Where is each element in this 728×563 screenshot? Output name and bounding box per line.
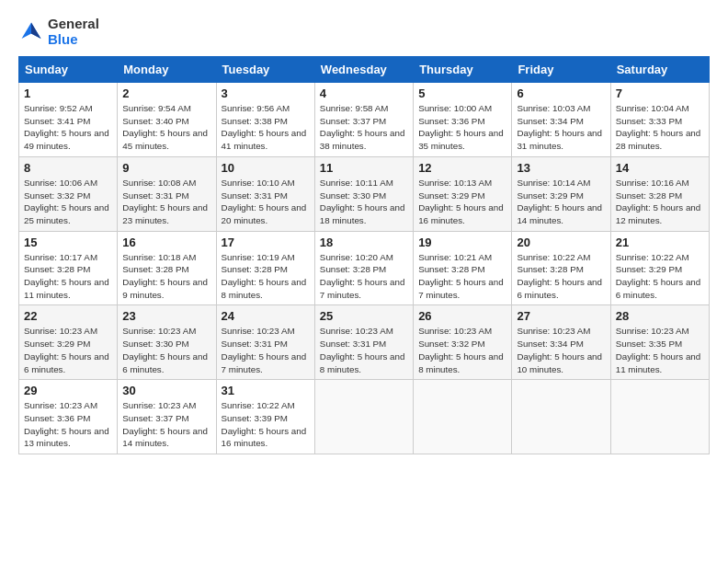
day-detail: Sunrise: 10:23 AM Sunset: 3:36 PM Daylig… bbox=[24, 399, 112, 450]
day-number: 24 bbox=[222, 309, 310, 323]
calendar-cell bbox=[512, 380, 610, 454]
calendar-cell: 11 Sunrise: 10:11 AM Sunset: 3:30 PM Day… bbox=[314, 156, 413, 231]
day-number: 28 bbox=[616, 309, 704, 323]
day-detail: Sunrise: 10:03 AM Sunset: 3:34 PM Daylig… bbox=[517, 102, 605, 153]
calendar-cell: 13 Sunrise: 10:14 AM Sunset: 3:29 PM Day… bbox=[512, 156, 610, 231]
day-detail: Sunrise: 10:08 AM Sunset: 3:31 PM Daylig… bbox=[122, 177, 210, 227]
day-detail: Sunrise: 10:10 AM Sunset: 3:31 PM Daylig… bbox=[222, 177, 310, 227]
calendar-cell: 14 Sunrise: 10:16 AM Sunset: 3:28 PM Day… bbox=[610, 156, 709, 231]
week-row-5: 29 Sunrise: 10:23 AM Sunset: 3:36 PM Day… bbox=[19, 380, 710, 454]
day-detail: Sunrise: 10:23 AM Sunset: 3:37 PM Daylig… bbox=[122, 399, 210, 450]
day-detail: Sunrise: 9:58 AM Sunset: 3:37 PM Dayligh… bbox=[320, 102, 408, 153]
day-detail: Sunrise: 9:54 AM Sunset: 3:40 PM Dayligh… bbox=[122, 102, 210, 153]
day-number: 8 bbox=[24, 161, 112, 175]
day-number: 3 bbox=[222, 86, 310, 100]
day-number: 10 bbox=[222, 161, 310, 175]
svg-marker-1 bbox=[31, 22, 41, 39]
calendar-cell: 27 Sunrise: 10:23 AM Sunset: 3:34 PM Day… bbox=[512, 305, 610, 380]
day-number: 30 bbox=[122, 384, 210, 397]
day-detail: Sunrise: 10:13 AM Sunset: 3:29 PM Daylig… bbox=[418, 177, 506, 227]
day-number: 18 bbox=[320, 236, 408, 249]
calendar-cell: 17 Sunrise: 10:19 AM Sunset: 3:28 PM Day… bbox=[216, 231, 314, 305]
day-number: 20 bbox=[517, 236, 605, 249]
weekday-header-tuesday: Tuesday bbox=[216, 57, 314, 83]
day-detail: Sunrise: 10:17 AM Sunset: 3:28 PM Daylig… bbox=[24, 251, 112, 302]
day-detail: Sunrise: 10:14 AM Sunset: 3:29 PM Daylig… bbox=[517, 177, 605, 227]
day-detail: Sunrise: 10:23 AM Sunset: 3:31 PM Daylig… bbox=[222, 325, 310, 375]
calendar-cell: 26 Sunrise: 10:23 AM Sunset: 3:32 PM Day… bbox=[414, 305, 512, 380]
day-detail: Sunrise: 10:23 AM Sunset: 3:31 PM Daylig… bbox=[320, 325, 408, 375]
day-detail: Sunrise: 10:23 AM Sunset: 3:30 PM Daylig… bbox=[122, 325, 210, 375]
calendar-cell bbox=[314, 380, 413, 454]
day-number: 15 bbox=[24, 236, 112, 249]
day-detail: Sunrise: 10:23 AM Sunset: 3:29 PM Daylig… bbox=[24, 325, 112, 375]
day-detail: Sunrise: 9:56 AM Sunset: 3:38 PM Dayligh… bbox=[222, 102, 310, 153]
calendar-cell: 9 Sunrise: 10:08 AM Sunset: 3:31 PM Dayl… bbox=[118, 156, 216, 231]
day-number: 25 bbox=[320, 309, 408, 323]
day-detail: Sunrise: 10:22 AM Sunset: 3:28 PM Daylig… bbox=[517, 251, 605, 302]
calendar-cell: 22 Sunrise: 10:23 AM Sunset: 3:29 PM Day… bbox=[19, 305, 118, 380]
day-detail: Sunrise: 10:20 AM Sunset: 3:28 PM Daylig… bbox=[320, 251, 408, 302]
day-detail: Sunrise: 10:22 AM Sunset: 3:29 PM Daylig… bbox=[616, 251, 704, 302]
day-number: 6 bbox=[517, 86, 605, 100]
day-detail: Sunrise: 10:23 AM Sunset: 3:34 PM Daylig… bbox=[517, 325, 605, 375]
header: General Blue bbox=[18, 17, 710, 47]
calendar-cell: 21 Sunrise: 10:22 AM Sunset: 3:29 PM Day… bbox=[610, 231, 709, 305]
calendar-cell: 1 Sunrise: 9:52 AM Sunset: 3:41 PM Dayli… bbox=[19, 83, 118, 157]
calendar-cell: 29 Sunrise: 10:23 AM Sunset: 3:36 PM Day… bbox=[19, 380, 118, 454]
day-number: 11 bbox=[320, 161, 408, 175]
day-number: 5 bbox=[418, 86, 506, 100]
day-number: 22 bbox=[24, 309, 112, 323]
day-number: 9 bbox=[122, 161, 210, 175]
calendar-cell: 16 Sunrise: 10:18 AM Sunset: 3:28 PM Day… bbox=[118, 231, 216, 305]
day-number: 1 bbox=[24, 86, 112, 100]
weekday-header-wednesday: Wednesday bbox=[314, 57, 413, 83]
day-number: 29 bbox=[24, 384, 112, 397]
calendar-cell: 25 Sunrise: 10:23 AM Sunset: 3:31 PM Day… bbox=[314, 305, 413, 380]
calendar-cell: 30 Sunrise: 10:23 AM Sunset: 3:37 PM Day… bbox=[118, 380, 216, 454]
weekday-header-thursday: Thursday bbox=[414, 57, 512, 83]
weekday-header-sunday: Sunday bbox=[19, 57, 118, 83]
day-number: 7 bbox=[616, 86, 704, 100]
calendar-cell: 7 Sunrise: 10:04 AM Sunset: 3:33 PM Dayl… bbox=[610, 83, 709, 157]
day-detail: Sunrise: 10:23 AM Sunset: 3:32 PM Daylig… bbox=[418, 325, 506, 375]
day-number: 26 bbox=[418, 309, 506, 323]
day-number: 21 bbox=[616, 236, 704, 249]
day-number: 13 bbox=[517, 161, 605, 175]
weekday-header-saturday: Saturday bbox=[610, 57, 709, 83]
day-number: 4 bbox=[320, 86, 408, 100]
calendar-cell bbox=[414, 380, 512, 454]
week-row-1: 1 Sunrise: 9:52 AM Sunset: 3:41 PM Dayli… bbox=[19, 83, 710, 157]
day-number: 14 bbox=[616, 161, 704, 175]
calendar-cell: 2 Sunrise: 9:54 AM Sunset: 3:40 PM Dayli… bbox=[118, 83, 216, 157]
day-detail: Sunrise: 10:06 AM Sunset: 3:32 PM Daylig… bbox=[24, 177, 112, 227]
day-detail: Sunrise: 10:00 AM Sunset: 3:36 PM Daylig… bbox=[418, 102, 506, 153]
logo: General Blue bbox=[18, 17, 99, 47]
logo-text: General Blue bbox=[48, 17, 99, 47]
day-number: 2 bbox=[122, 86, 210, 100]
day-number: 27 bbox=[517, 309, 605, 323]
day-detail: Sunrise: 10:11 AM Sunset: 3:30 PM Daylig… bbox=[320, 177, 408, 227]
week-row-2: 8 Sunrise: 10:06 AM Sunset: 3:32 PM Dayl… bbox=[19, 156, 710, 231]
day-detail: Sunrise: 10:18 AM Sunset: 3:28 PM Daylig… bbox=[122, 251, 210, 302]
calendar-cell: 10 Sunrise: 10:10 AM Sunset: 3:31 PM Day… bbox=[216, 156, 314, 231]
calendar-cell: 12 Sunrise: 10:13 AM Sunset: 3:29 PM Day… bbox=[414, 156, 512, 231]
weekday-header-row: SundayMondayTuesdayWednesdayThursdayFrid… bbox=[19, 57, 710, 83]
calendar-cell: 5 Sunrise: 10:00 AM Sunset: 3:36 PM Dayl… bbox=[414, 83, 512, 157]
calendar-cell: 6 Sunrise: 10:03 AM Sunset: 3:34 PM Dayl… bbox=[512, 83, 610, 157]
calendar-cell: 19 Sunrise: 10:21 AM Sunset: 3:28 PM Day… bbox=[414, 231, 512, 305]
day-detail: Sunrise: 10:23 AM Sunset: 3:35 PM Daylig… bbox=[616, 325, 704, 375]
day-number: 31 bbox=[222, 384, 310, 397]
day-detail: Sunrise: 10:04 AM Sunset: 3:33 PM Daylig… bbox=[616, 102, 704, 153]
day-detail: Sunrise: 10:19 AM Sunset: 3:28 PM Daylig… bbox=[222, 251, 310, 302]
page: General Blue SundayMondayTuesdayWednesda… bbox=[0, 0, 728, 563]
calendar-cell: 28 Sunrise: 10:23 AM Sunset: 3:35 PM Day… bbox=[610, 305, 709, 380]
day-number: 23 bbox=[122, 309, 210, 323]
day-number: 19 bbox=[418, 236, 506, 249]
weekday-header-friday: Friday bbox=[512, 57, 610, 83]
calendar-cell: 15 Sunrise: 10:17 AM Sunset: 3:28 PM Day… bbox=[19, 231, 118, 305]
calendar-cell: 23 Sunrise: 10:23 AM Sunset: 3:30 PM Day… bbox=[118, 305, 216, 380]
week-row-4: 22 Sunrise: 10:23 AM Sunset: 3:29 PM Day… bbox=[19, 305, 710, 380]
calendar-cell bbox=[610, 380, 709, 454]
calendar-cell: 4 Sunrise: 9:58 AM Sunset: 3:37 PM Dayli… bbox=[314, 83, 413, 157]
